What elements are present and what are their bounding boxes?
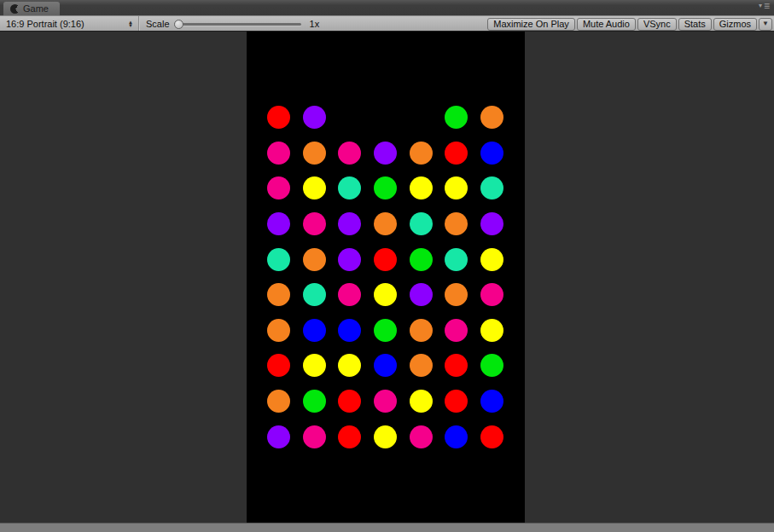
grid-cell <box>474 277 510 313</box>
dot-yellow[interactable] <box>480 319 503 342</box>
vsync-button[interactable]: VSync <box>637 18 677 31</box>
dot-magenta[interactable] <box>480 283 503 306</box>
dot-magenta[interactable] <box>267 142 290 165</box>
grid-cell <box>332 171 368 206</box>
grid-cell <box>261 277 297 313</box>
dot-orange[interactable] <box>410 319 433 342</box>
dot-yellow[interactable] <box>374 283 397 306</box>
dot-magenta[interactable] <box>267 176 290 200</box>
dot-magenta[interactable] <box>303 212 326 235</box>
mute-audio-button[interactable]: Mute Audio <box>577 18 636 31</box>
grid-cell <box>297 384 333 419</box>
dot-magenta[interactable] <box>445 319 468 342</box>
dot-green[interactable] <box>445 106 468 129</box>
dot-yellow[interactable] <box>374 425 397 448</box>
dot-magenta[interactable] <box>338 283 361 306</box>
grid-cell <box>332 313 368 349</box>
dot-orange[interactable] <box>374 212 397 235</box>
dot-magenta[interactable] <box>303 425 326 448</box>
dot-orange[interactable] <box>303 248 326 271</box>
scale-slider[interactable] <box>175 16 301 31</box>
dot-green[interactable] <box>410 248 433 271</box>
dot-yellow[interactable] <box>338 354 361 377</box>
game-screen[interactable] <box>247 32 525 523</box>
grid-cell <box>474 171 510 206</box>
dot-red[interactable] <box>445 142 468 165</box>
dot-yellow[interactable] <box>303 354 326 377</box>
dot-red[interactable] <box>338 425 361 448</box>
dot-orange[interactable] <box>410 354 433 377</box>
dot-red[interactable] <box>480 425 503 448</box>
dot-red[interactable] <box>267 106 290 129</box>
dot-teal[interactable] <box>303 283 326 306</box>
dot-purple[interactable] <box>410 283 433 306</box>
dot-yellow[interactable] <box>445 176 468 200</box>
dot-red[interactable] <box>374 248 397 271</box>
dot-magenta[interactable] <box>338 142 361 165</box>
stats-button[interactable]: Stats <box>678 18 712 31</box>
gizmos-button[interactable]: Gizmos <box>713 18 757 31</box>
dot-yellow[interactable] <box>480 248 503 271</box>
dot-purple[interactable] <box>303 106 326 129</box>
dot-teal[interactable] <box>445 248 468 271</box>
grid-cell <box>474 206 510 242</box>
aspect-ratio-dropdown[interactable]: 16:9 Portrait (9:16) ▲ ▼ <box>0 16 139 31</box>
gizmos-dropdown-arrow-icon[interactable]: ▼ <box>759 18 772 31</box>
dot-blue[interactable] <box>338 319 361 342</box>
dot-purple[interactable] <box>338 248 361 271</box>
dot-purple[interactable] <box>267 212 290 235</box>
dot-red[interactable] <box>338 390 361 413</box>
dot-blue[interactable] <box>374 354 397 377</box>
dot-green[interactable] <box>480 354 503 377</box>
dot-blue[interactable] <box>445 425 468 448</box>
dot-blue[interactable] <box>303 319 326 342</box>
dot-red[interactable] <box>445 354 468 377</box>
maximize-on-play-button[interactable]: Maximize On Play <box>487 18 575 31</box>
dot-red[interactable] <box>267 354 290 377</box>
grid-cell <box>368 277 404 313</box>
dot-orange[interactable] <box>445 212 468 235</box>
dot-green[interactable] <box>374 176 397 200</box>
grid-cell <box>403 171 439 206</box>
scale-value: 1x <box>310 19 320 29</box>
dot-teal[interactable] <box>338 176 361 200</box>
dot-green[interactable] <box>374 319 397 342</box>
grid-cell <box>261 384 297 419</box>
dot-blue[interactable] <box>480 142 503 165</box>
dot-orange[interactable] <box>445 283 468 306</box>
dot-orange[interactable] <box>303 142 326 165</box>
dot-yellow[interactable] <box>410 176 433 200</box>
grid-cell <box>474 100 510 136</box>
dot-magenta[interactable] <box>374 390 397 413</box>
dot-purple[interactable] <box>480 212 503 235</box>
scale-slider-track[interactable] <box>175 23 301 26</box>
grid-cell <box>261 348 297 384</box>
panel-menu-icon[interactable]: ▾ ≡ <box>759 2 769 10</box>
grid-cell <box>368 171 404 206</box>
dot-orange[interactable] <box>267 283 290 306</box>
grid-cell <box>297 171 333 206</box>
grid-cell <box>261 171 297 206</box>
dot-orange[interactable] <box>410 142 433 165</box>
tab-game-label: Game <box>23 3 49 14</box>
dot-orange[interactable] <box>267 319 290 342</box>
dot-orange[interactable] <box>480 106 503 129</box>
dot-green[interactable] <box>303 390 326 413</box>
dot-orange[interactable] <box>267 390 290 413</box>
grid-cell <box>332 277 368 313</box>
scale-slider-handle[interactable] <box>174 20 183 29</box>
dot-yellow[interactable] <box>410 390 433 413</box>
dot-purple[interactable] <box>338 212 361 235</box>
dot-blue[interactable] <box>480 390 503 413</box>
dot-teal[interactable] <box>267 248 290 271</box>
grid-cell <box>297 136 333 171</box>
dot-teal[interactable] <box>410 212 433 235</box>
tab-game[interactable]: Game <box>3 2 60 15</box>
dot-yellow[interactable] <box>303 176 326 200</box>
grid-cell <box>368 206 404 242</box>
dot-purple[interactable] <box>267 425 290 448</box>
dot-teal[interactable] <box>480 176 503 200</box>
dot-magenta[interactable] <box>410 425 433 448</box>
dot-red[interactable] <box>445 390 468 413</box>
dot-purple[interactable] <box>374 142 397 165</box>
